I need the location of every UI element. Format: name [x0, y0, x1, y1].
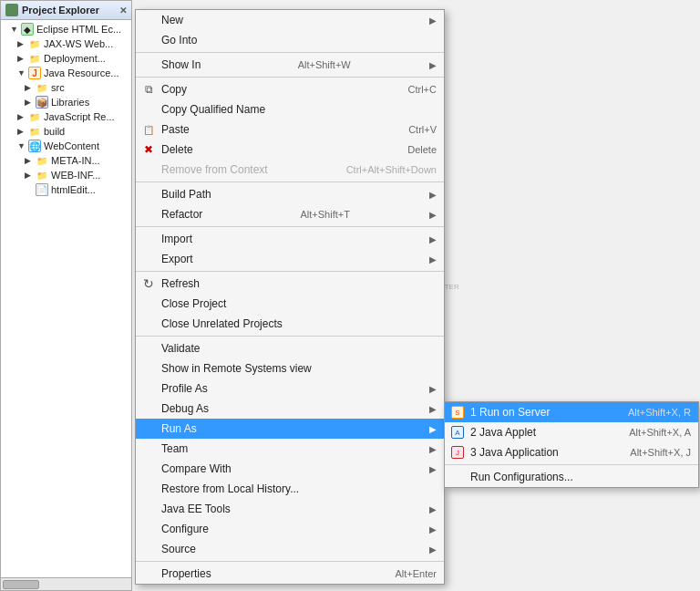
menu-item-label: Copy [161, 83, 187, 96]
menu-item-properties[interactable]: PropertiesAlt+Enter [136, 564, 444, 584]
tree-item-icon: ◆ [21, 23, 34, 36]
submenu-item-label: 3 Java Application [470, 446, 559, 459]
menu-item-paste[interactable]: 📋PasteCtrl+V [136, 119, 444, 140]
context-menu: New▶Go IntoShow InAlt+Shift+W▶⧉CopyCtrl+… [135, 9, 445, 585]
submenu-item-run-on-server[interactable]: S1 Run on ServerAlt+Shift+X, R [445, 402, 698, 422]
submenu-item-label: Run Configurations... [470, 471, 573, 483]
menu-separator [136, 336, 444, 337]
panel-title: Project Explorer [22, 5, 99, 16]
submenu-item-java-application[interactable]: J3 Java ApplicationAlt+Shift+X, J [445, 442, 698, 462]
menu-item-icon [141, 33, 156, 47]
tree-item-java-resource..[interactable]: ▼JJava Resource... [1, 66, 131, 80]
menu-item-java-ee-tools[interactable]: Java EE Tools▶ [136, 499, 444, 519]
menu-item-build-path[interactable]: Build Path▶ [136, 184, 444, 204]
tree-item-label: JAX-WS Web... [44, 38, 113, 49]
tree-item-jax-ws-web...[interactable]: ▶📁JAX-WS Web... [1, 36, 131, 51]
menu-item-label: Remove from Context [161, 163, 268, 176]
menu-item-validate[interactable]: Validate [136, 338, 444, 358]
tree-item-label: htmlEdit... [51, 184, 96, 195]
tree-item-eclipse-html-ec[interactable]: ▼◆Eclipse HTML Ec... [1, 22, 131, 36]
tree-item-webcontent[interactable]: ▼🌐WebContent [1, 139, 131, 153]
tree-item-label: build [44, 126, 65, 137]
menu-item-close-unrelated[interactable]: Close Unrelated Projects [136, 314, 444, 334]
menu-item-compare-with[interactable]: Compare With▶ [136, 459, 444, 479]
tree-item-icon: 📁 [28, 52, 41, 65]
menu-item-refresh[interactable]: ↻Refresh [136, 274, 444, 294]
menu-item-icon [141, 361, 156, 376]
menu-item-arrow: ▶ [429, 544, 437, 555]
tree-item-web-inf...[interactable]: ▶📁WEB-INF... [1, 168, 131, 182]
panel-close-button[interactable]: ✕ [119, 5, 127, 16]
tree-arrow: ▶ [17, 39, 26, 48]
tree-arrow: ▼ [17, 141, 26, 150]
tree-item-label: JavaScript Re... [44, 111, 115, 122]
submenu-item-label: 1 Run on Server [470, 406, 550, 419]
menu-item-label: Show in Remote Systems view [161, 362, 312, 375]
menu-item-arrow: ▶ [429, 190, 437, 200]
menu-item-label: Team [161, 442, 188, 455]
tree-item-meta-in...[interactable]: ▶📁META-IN... [1, 153, 131, 168]
menu-item-new[interactable]: New▶ [136, 10, 444, 30]
menu-item-import[interactable]: Import▶ [136, 229, 444, 249]
tree-item-label: Java Resource... [44, 67, 119, 78]
menu-item-icon: ✖ [141, 142, 156, 157]
menu-item-run-as[interactable]: Run As▶ [136, 419, 444, 439]
menu-item-label: Paste [161, 123, 190, 136]
menu-item-icon [141, 542, 156, 556]
menu-separator [136, 77, 444, 78]
menu-item-source[interactable]: Source▶ [136, 539, 444, 559]
menu-item-arrow: ▶ [429, 234, 437, 244]
menu-item-close-project[interactable]: Close Project [136, 294, 444, 314]
menu-item-shortcut: Alt+Shift+T [282, 209, 349, 220]
menu-item-go-into[interactable]: Go Into [136, 30, 444, 50]
menu-item-configure[interactable]: Configure▶ [136, 519, 444, 539]
tree-arrow: ▶ [17, 127, 26, 136]
submenu-item-icon [450, 470, 465, 484]
menu-item-show-remote[interactable]: Show in Remote Systems view [136, 358, 444, 378]
menu-item-profile-as[interactable]: Profile As▶ [136, 378, 444, 399]
menu-item-restore-history[interactable]: Restore from Local History... [136, 479, 444, 499]
menu-item-arrow: ▶ [429, 524, 437, 534]
tree-item-javascript-re..[interactable]: ▶📁JavaScript Re... [1, 109, 131, 124]
menu-item-refactor[interactable]: RefactorAlt+Shift+T▶ [136, 204, 444, 224]
tree-item-src[interactable]: ▶📁src [1, 80, 131, 95]
tree-item-label: WebContent [44, 140, 99, 151]
menu-item-icon [141, 232, 156, 246]
tree-item-icon: 🌐 [28, 140, 41, 152]
run-as-submenu: S1 Run on ServerAlt+Shift+X, RA2 Java Ap… [444, 401, 699, 488]
submenu-item-label: 2 Java Applet [470, 426, 536, 439]
menu-item-label: Run As [161, 422, 197, 435]
menu-item-icon [141, 57, 156, 72]
menu-item-copy-qualified-name[interactable]: Copy Qualified Name [136, 99, 444, 119]
menu-item-label: Delete [161, 143, 193, 156]
tree-item-label: Deployment... [44, 53, 106, 64]
menu-item-label: Configure [161, 523, 209, 535]
tree-item-label: src [51, 82, 65, 93]
tree-item-libraries[interactable]: ▶📦Libraries [1, 95, 131, 109]
menu-item-arrow: ▶ [429, 60, 437, 70]
submenu-item-shortcut: Alt+Shift+X, R [610, 407, 691, 418]
tree-item-icon: 📁 [36, 169, 48, 181]
scrollbar-thumb[interactable] [3, 580, 39, 589]
submenu-item-run-configurations[interactable]: Run Configurations... [445, 467, 698, 487]
tree-arrow: ▶ [25, 98, 34, 107]
tree-item-icon: 📁 [28, 125, 41, 138]
menu-item-export[interactable]: Export▶ [136, 249, 444, 269]
menu-item-icon [141, 566, 156, 581]
menu-item-arrow: ▶ [429, 444, 437, 454]
tree-item-htmledit...[interactable]: 📄htmlEdit... [1, 182, 131, 197]
project-tree: ▼◆Eclipse HTML Ec...▶📁JAX-WS Web...▶📁Dep… [1, 20, 131, 199]
menu-item-team[interactable]: Team▶ [136, 439, 444, 459]
menu-item-delete[interactable]: ✖DeleteDelete [136, 140, 444, 160]
menu-item-debug-as[interactable]: Debug As▶ [136, 399, 444, 419]
menu-item-copy[interactable]: ⧉CopyCtrl+C [136, 79, 444, 99]
tree-item-icon: 📦 [36, 96, 48, 109]
submenu-item-java-applet[interactable]: A2 Java AppletAlt+Shift+X, A [445, 422, 698, 442]
tree-item-build[interactable]: ▶📁build [1, 124, 131, 139]
horizontal-scrollbar[interactable] [1, 577, 131, 590]
menu-item-arrow: ▶ [429, 210, 437, 220]
menu-item-label: Compare With [161, 462, 232, 475]
menu-item-icon [141, 341, 156, 356]
tree-item-deployment...[interactable]: ▶📁Deployment... [1, 51, 131, 66]
menu-item-show-in[interactable]: Show InAlt+Shift+W▶ [136, 55, 444, 75]
